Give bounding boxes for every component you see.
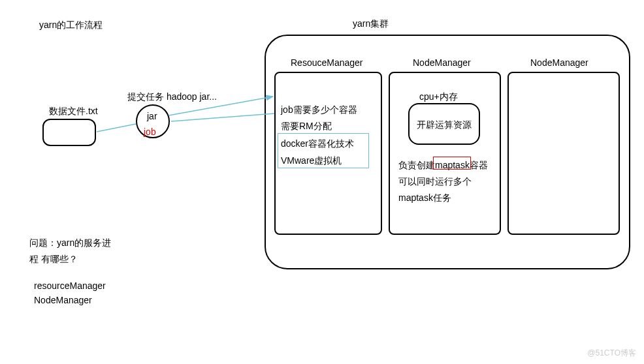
question-text: 问题：yarn的服务进程 有哪些？ — [29, 235, 114, 267]
nm1-title: NodeManager — [413, 57, 471, 68]
jar-label: jar — [147, 111, 157, 121]
cpu-label: cpu+内存 — [419, 91, 458, 103]
cluster-title: yarn集群 — [353, 18, 389, 30]
submit-label: 提交任务 hadoop jar... — [127, 91, 217, 103]
rm-line3: docker容器化技术 — [281, 138, 354, 150]
rm-line2: 需要RM分配 — [281, 121, 332, 132]
line-file-to-jar — [97, 124, 136, 132]
answer-nm: NodeManager — [34, 295, 92, 305]
answer-rm: resourceManager — [34, 281, 106, 291]
nm1-line3: maptask任务 — [398, 192, 451, 204]
data-file-box — [42, 119, 96, 146]
maptask-highlight — [433, 157, 471, 170]
rm-line1: job需要多少个容器 — [281, 104, 357, 116]
line-jar-to-rm-mid — [171, 114, 274, 121]
nm1-line2: 可以同时运行多个 — [398, 176, 472, 188]
watermark: @51CTO博客 — [587, 348, 636, 359]
nm2-title: NodeManager — [530, 57, 588, 68]
data-file-label: 数据文件.txt — [49, 106, 98, 117]
rm-title: ResouceManager — [291, 57, 363, 68]
cpu-inner-text: 开辟运算资源 — [417, 119, 472, 131]
workflow-title: yarn的工作流程 — [39, 20, 103, 31]
rm-line4: VMware虚拟机 — [281, 155, 342, 167]
nm2-box — [507, 72, 620, 235]
job-label: job — [144, 127, 156, 137]
